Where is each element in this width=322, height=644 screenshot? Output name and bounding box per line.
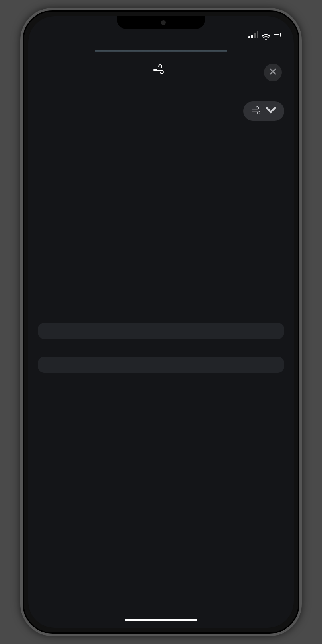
side-button-volume-up: [20, 175, 22, 216]
home-indicator[interactable]: [125, 619, 197, 621]
chart-y-axis: [268, 140, 284, 291]
wind-chart[interactable]: [38, 128, 284, 305]
close-icon: [269, 68, 277, 77]
side-button-power: [300, 180, 302, 240]
close-button[interactable]: [264, 64, 282, 81]
battery-indicator: [274, 34, 279, 35]
notch: [117, 16, 205, 29]
sheet-handle[interactable]: [95, 50, 227, 52]
wind-icon: [153, 64, 165, 76]
sheet-header: [38, 64, 284, 76]
side-button-volume-down: [20, 224, 22, 264]
wind-icon: [251, 106, 262, 116]
side-button-silence: [20, 139, 22, 161]
chevron-down-icon: [266, 106, 276, 116]
daily-summary-card: [38, 323, 284, 339]
chart-mode-selector[interactable]: [243, 101, 284, 121]
cellular-signal-icon: [248, 31, 258, 38]
wifi-icon: [262, 31, 270, 38]
screen: [28, 16, 294, 628]
chart-canvas: [38, 128, 284, 305]
about-card: [38, 357, 284, 373]
phone-frame: [20, 8, 302, 636]
